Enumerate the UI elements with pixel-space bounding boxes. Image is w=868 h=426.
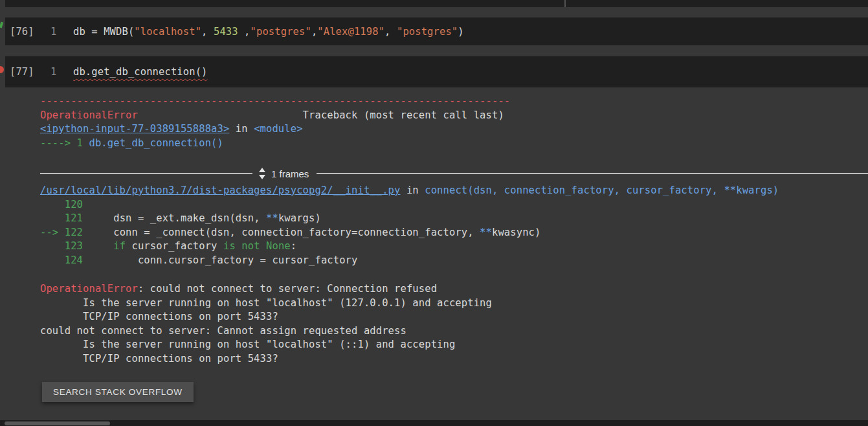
text-segment: **	[266, 212, 278, 224]
output-line: 121 dsn = _ext.make_dsn(dsn, **kwargs)	[40, 212, 779, 226]
text-segment: --> 122	[40, 227, 89, 238]
text-segment: 124	[40, 254, 89, 266]
output-line: TCP/IP connections on port 5433?	[40, 310, 492, 324]
output-line: ----> 1 db.get_db_connection()	[40, 137, 510, 151]
text-segment: "postgres"	[397, 26, 458, 38]
text-segment: in	[400, 185, 425, 196]
output-line: TCP/IP connections on port 5433?	[40, 352, 492, 366]
code-editor-line[interactable]: db.get_db_connection()	[73, 66, 208, 78]
text-segment: Is the server running on host "localhost…	[40, 297, 492, 309]
traceback-frame: /usr/local/lib/python3.7/dist-packages/p…	[40, 184, 779, 267]
text-segment: connect(dsn, connection_factory, cursor_…	[425, 185, 779, 196]
text-segment: ----------------------------------------…	[40, 95, 510, 107]
text-segment: ,	[384, 26, 397, 38]
cell-error-indicator-icon	[0, 66, 4, 73]
text-segment: 123	[40, 240, 89, 252]
code-editor-line[interactable]: db = MWDB("localhost", 5433 ,"postgres",…	[73, 26, 464, 38]
text-segment: OperationalError	[40, 283, 138, 295]
text-segment: ,	[311, 26, 317, 38]
file-link[interactable]: /usr/local/lib/python3.7/dist-packages/p…	[40, 185, 400, 196]
divider-line	[317, 173, 868, 174]
divider-line	[40, 173, 252, 174]
text-segment: "localhost"	[134, 26, 201, 38]
text-segment: if	[113, 240, 126, 252]
cell-success-indicator-icon	[0, 22, 3, 28]
horizontal-scrollbar-thumb[interactable]	[5, 421, 110, 425]
output-line: 123 if cursor_factory is not None:	[40, 240, 779, 254]
output-line: --> 122 conn = _connect(dsn, connection_…	[40, 226, 779, 240]
traceback-header: ----------------------------------------…	[40, 95, 510, 150]
text-segment: 5433	[214, 26, 238, 38]
text-segment: **	[480, 227, 492, 238]
text-segment: ----> 1	[40, 137, 89, 149]
code-cell-76[interactable]: [76] 1 db = MWDB("localhost", 5433 ,"pos…	[5, 17, 868, 45]
text-segment: cursor_factory	[126, 240, 223, 252]
text-segment: "postgres"	[250, 26, 311, 38]
text-segment: is not None	[223, 240, 291, 252]
output-line: OperationalError: could not connect to s…	[40, 282, 492, 297]
frames-divider[interactable]: 1 frames	[40, 166, 868, 181]
text-segment: TCP/IP connections on port 5433?	[40, 353, 278, 364]
text-segment: ,	[238, 26, 250, 38]
output-line: /usr/local/lib/python3.7/dist-packages/p…	[40, 184, 779, 198]
text-segment: kwargs)	[278, 212, 321, 224]
frames-count-label[interactable]: 1 frames	[271, 168, 309, 179]
output-line: 124 conn.cursor_factory = cursor_factory	[40, 254, 779, 268]
notebook-page: [76] 1 db = MWDB("localhost", 5433 ,"pos…	[0, 0, 868, 426]
pane-divider	[564, 0, 566, 7]
text-segment: ,	[201, 26, 214, 38]
text-segment: kwasync)	[492, 227, 540, 238]
text-segment: Is the server running on host "localhost…	[40, 339, 455, 350]
file-link[interactable]: <ipython-input-77-0389155888a3>	[40, 123, 229, 135]
search-stack-overflow-button[interactable]: SEARCH STACK OVERFLOW	[42, 382, 194, 402]
text-segment: "Alex@1198"	[317, 26, 384, 38]
output-line: OperationalError Traceback (most recent …	[40, 109, 510, 123]
code-cell-77[interactable]: [77] 1 db.get_db_connection()	[5, 56, 868, 87]
text-segment	[89, 240, 113, 252]
up-down-triangles-icon[interactable]	[258, 168, 266, 179]
output-line: ----------------------------------------…	[40, 95, 510, 109]
execution-count: [76]	[10, 26, 34, 38]
execution-count: [77]	[10, 66, 34, 78]
text-segment: in	[229, 123, 254, 135]
error-message: OperationalError: could not connect to s…	[40, 282, 492, 366]
text-segment: )	[458, 26, 463, 38]
output-line: Is the server running on host "localhost…	[40, 297, 492, 311]
output-line: <ipython-input-77-0389155888a3> in <modu…	[40, 122, 510, 137]
text-segment: 120	[40, 199, 89, 210]
text-segment: 121	[40, 212, 89, 224]
text-segment: db.get_db_connection()	[73, 66, 208, 78]
text-segment: could not connect to server: Cannot assi…	[40, 325, 406, 337]
text-segment: db.get_db_connection()	[89, 137, 223, 149]
text-segment: dsn = _ext.make_dsn(dsn,	[89, 212, 266, 224]
output-line: 120	[40, 198, 779, 212]
previous-cell-edge	[5, 0, 868, 7]
text-segment: conn.cursor_factory = cursor_factory	[89, 254, 357, 266]
text-segment: Traceback (most recent call last)	[138, 109, 504, 121]
text-segment: TCP/IP connections on port 5433?	[40, 311, 278, 322]
text-segment: : could not connect to server: Connectio…	[138, 283, 437, 295]
text-segment: db = MWDB(	[73, 26, 134, 38]
output-line: Is the server running on host "localhost…	[40, 338, 492, 352]
text-segment: conn = _connect(dsn, connection_factory=…	[89, 227, 480, 238]
line-number: 1	[50, 26, 56, 38]
bottom-scrollbar-track	[0, 420, 868, 426]
output-line: could not connect to server: Cannot assi…	[40, 324, 492, 339]
text-segment: <module>	[254, 123, 302, 135]
text-segment: :	[291, 240, 296, 252]
text-segment: OperationalError	[40, 109, 138, 121]
line-number: 1	[50, 66, 56, 78]
